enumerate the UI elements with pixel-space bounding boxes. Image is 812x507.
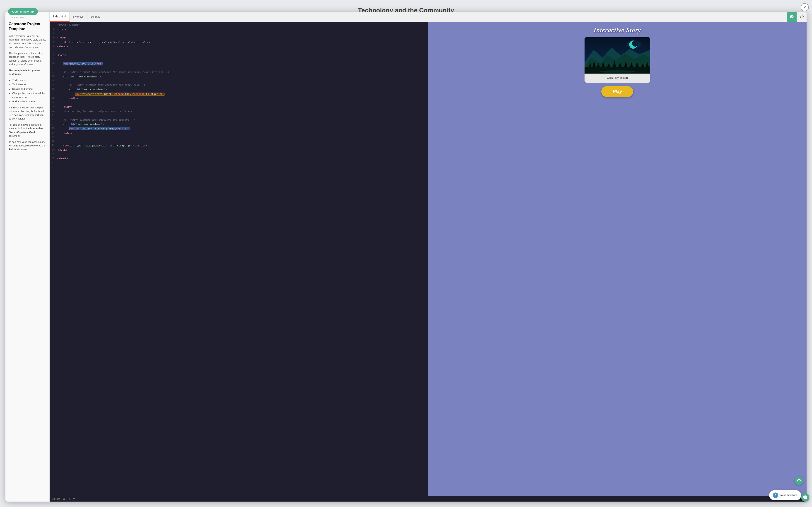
code-line-21: 21 <!-- end tag for <div id="game-contai…	[50, 109, 428, 114]
chat-fab-button[interactable]	[801, 494, 809, 502]
code-line-26: 26 </div>	[50, 131, 428, 136]
preview-toggle-button[interactable]	[786, 12, 797, 22]
code-line-13: 13 <div id="game-container">	[50, 75, 428, 79]
instructions-para3: It is recommended that you plan out your…	[9, 106, 46, 121]
chat-avatar: S	[773, 493, 778, 498]
eye-icon	[790, 15, 794, 18]
code-line-24: 24 <div id="button-container">	[50, 122, 428, 127]
instructions-header: ≡ Instructions	[9, 15, 46, 19]
content-area: index.html style.css script.js	[50, 12, 807, 502]
code-line-3: 3	[50, 32, 428, 36]
close-button[interactable]: ×	[801, 3, 809, 11]
list-item: Text content	[12, 78, 46, 82]
code-view-button[interactable]	[797, 12, 807, 22]
list-item: Design and styling	[12, 87, 46, 91]
main-modal: ≡ Instructions Capstone Project Template…	[5, 12, 807, 502]
list-item: Add additional scenes	[12, 100, 46, 103]
code-line-5: 5 <link rel="stylesheet" type="text/css"…	[50, 40, 428, 45]
instructions-para4: For tips on how to get started, you can …	[9, 123, 46, 138]
settings-icon[interactable]: ⚙	[68, 498, 70, 500]
code-line-10: 10 <h1>Interactive Story</h1>	[50, 62, 428, 66]
code-line-22: 22	[50, 114, 428, 118]
code-line-6: 6 </head>	[50, 45, 428, 49]
svg-point-3	[632, 40, 639, 47]
capstone-guide-link[interactable]: Interactive Story - Capstone Guide	[9, 127, 43, 133]
code-line-7: 7	[50, 49, 428, 53]
instructions-header-label: Instructions	[11, 15, 24, 19]
tabs-row: index.html style.css script.js	[50, 12, 807, 22]
avatar-letter: S	[775, 494, 776, 497]
code-line-19: 19	[50, 101, 428, 105]
code-icon	[800, 15, 804, 18]
preview-title: Interactive Story	[594, 26, 641, 34]
code-line-16: 16 <div id="text-container">	[50, 88, 428, 92]
instructions-para1: In this template, you will be making an …	[9, 34, 46, 49]
code-editor[interactable]: 1 <!DOCTYPE html> 2 <html> 3	[50, 22, 428, 496]
story-text: Click Play to start	[607, 76, 628, 79]
lines-count: 33 lines	[52, 498, 60, 500]
chat-fab-icon	[803, 496, 807, 500]
code-line-1: 1 <!DOCTYPE html>	[50, 23, 428, 27]
instructions-customize-label: This template is for you to customize:	[9, 69, 46, 76]
tab-style-css[interactable]: style.css	[69, 12, 88, 22]
tab-index-html[interactable]: index.html	[50, 12, 69, 22]
instructions-title: Capstone Project Template	[9, 21, 46, 32]
refresh-icon	[797, 479, 801, 483]
code-editor-footer: 33 lines 🔒 ⚙ 🔍 ⊞ ⊟	[50, 496, 807, 502]
code-line-27: 27	[50, 135, 428, 139]
code-line-33: 33	[50, 161, 428, 165]
rubric-link[interactable]: Rubric	[9, 148, 16, 151]
chat-widget[interactable]: S solar evidence	[769, 490, 801, 500]
split-view: 1 <!DOCTYPE html> 2 <html> 3	[50, 22, 807, 496]
tab-script-js[interactable]: script.js	[88, 12, 104, 22]
chat-label: solar evidence	[780, 494, 798, 497]
lock-icon[interactable]: 🔒	[63, 498, 65, 500]
instructions-panel: ≡ Instructions Capstone Project Template…	[5, 12, 50, 502]
code-line-25: 25 <button onclick="scene1()">Play</butt…	[50, 127, 428, 131]
code-line-9: 9	[50, 58, 428, 62]
code-line-15: 15 <!-- <div> element that contains the …	[50, 83, 428, 88]
search-icon[interactable]: 🔍	[73, 498, 76, 500]
code-line-23: 23 <!-- <div> element that displays the …	[50, 118, 428, 122]
scene-image	[585, 37, 650, 73]
instructions-list: Text content Topic/theme Design and styl…	[9, 78, 46, 103]
list-item: Change the content for all the existing …	[12, 92, 46, 99]
code-line-2: 2 <html>	[50, 27, 428, 32]
modal-body: ≡ Instructions Capstone Project Template…	[5, 12, 807, 502]
code-line-29: 29 <script type="text/javascript" src="s…	[50, 144, 428, 148]
list-item: Topic/theme	[12, 82, 46, 87]
preview-panel: Interactive Story	[428, 22, 807, 496]
code-line-8: 8 <body>	[50, 53, 428, 58]
instructions-para2: This template currently has five scenes …	[9, 51, 46, 66]
code-line-32: 32 </html>	[50, 157, 428, 161]
code-line-18: 18 </div>	[50, 97, 428, 101]
code-line-11: 11	[50, 66, 428, 70]
code-line-14: 14	[50, 79, 428, 83]
book-icon: ≡	[9, 15, 10, 19]
play-button[interactable]: Play	[601, 86, 633, 97]
code-line-30: 30 </body>	[50, 148, 428, 153]
refresh-button[interactable]	[795, 477, 803, 485]
instructions-para5: To see how your interactive story will b…	[9, 140, 46, 152]
code-line-20: 20 </div>	[50, 105, 428, 110]
story-scene: Click Play to start	[585, 37, 650, 82]
code-line-17: 17 <p id="story-text">Click <strong>Play…	[50, 92, 428, 97]
open-new-tab-button[interactable]: Open in new tab	[8, 8, 38, 15]
code-line-12: 12 <!-- <div> element that contains the …	[50, 70, 428, 75]
svg-point-20	[604, 72, 631, 73]
code-line-4: 4 <head>	[50, 36, 428, 40]
code-line-28: 28	[50, 139, 428, 144]
code-line-31: 31	[50, 153, 428, 157]
night-scene-svg	[585, 37, 650, 73]
story-text-box: Click Play to start	[585, 73, 650, 82]
